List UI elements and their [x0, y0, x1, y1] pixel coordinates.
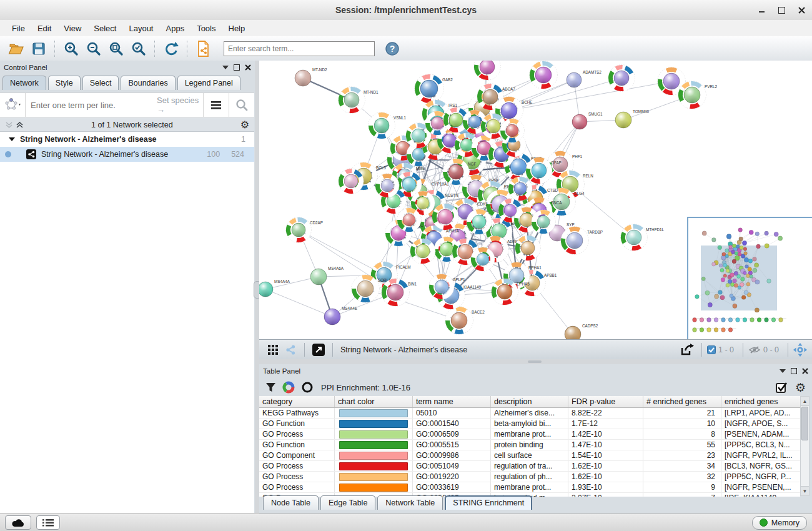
network-node[interactable]: [530, 61, 557, 89]
collapse-all-icon[interactable]: [5, 121, 13, 129]
network-node[interactable]: MT-ND1: [339, 87, 379, 113]
enrichment-settings-gear-icon[interactable]: ⚙: [795, 382, 806, 394]
enrichment-row[interactable]: KEGG Pathways05010Alzheimer's dise...8.8…: [259, 408, 800, 419]
species-hint[interactable]: Set species →: [157, 96, 203, 114]
enrichment-row[interactable]: GO ProcessGO:0051049regulation of tra...…: [259, 461, 800, 472]
enrichment-row[interactable]: GO FunctionGO:0005515protein binding1.47…: [259, 440, 800, 450]
network-node[interactable]: ADAMTS2: [567, 70, 602, 87]
ring-chart-icon[interactable]: [301, 381, 314, 394]
zoom-in-button[interactable]: [60, 39, 82, 59]
network-node[interactable]: CADPS2: [565, 324, 598, 339]
menu-file[interactable]: File: [6, 22, 31, 35]
tab-string-enrichment[interactable]: STRING Enrichment: [445, 495, 532, 510]
close-button[interactable]: [797, 6, 806, 14]
network-node[interactable]: PVRL2: [678, 81, 718, 109]
zoom-fit-button[interactable]: [105, 39, 127, 59]
string-view-button[interactable]: [282, 340, 299, 360]
table-panel-close-icon[interactable]: [802, 368, 808, 374]
network-node[interactable]: CD2AP: [286, 217, 323, 242]
enrichment-row[interactable]: GO ProcessGO:0019220regulation of ph...1…: [259, 472, 800, 482]
enrichment-row[interactable]: GO ProcessGO:0033619membrane prot...1.93…: [259, 482, 800, 493]
network-node[interactable]: BACE2: [445, 307, 485, 334]
network-node[interactable]: TOMM40: [615, 109, 650, 128]
panel-float-icon[interactable]: [222, 66, 229, 69]
expand-all-icon[interactable]: [16, 121, 24, 129]
tab-network[interactable]: Network: [2, 76, 46, 90]
table-panel-maximize-icon[interactable]: [791, 368, 797, 374]
network-node[interactable]: [410, 239, 435, 264]
menu-help[interactable]: Help: [223, 22, 251, 35]
menu-layout[interactable]: Layout: [123, 22, 159, 35]
network-collection-row[interactable]: String Network - Alzheimer's disease 1: [0, 132, 254, 147]
birds-eye-view[interactable]: [687, 217, 812, 340]
selected-checkbox-icon[interactable]: [707, 345, 716, 354]
grid-view-button[interactable]: [264, 340, 282, 360]
col-genes[interactable]: enriched genes: [721, 396, 800, 407]
tab-legend-panel[interactable]: Legend Panel: [177, 76, 240, 90]
network-node[interactable]: MS4A4A: [259, 279, 290, 297]
maximize-button[interactable]: [777, 6, 786, 14]
minimize-button[interactable]: [757, 6, 766, 14]
panel-maximize-icon[interactable]: [234, 64, 240, 71]
table-scrollbar[interactable]: ▲ ▼: [800, 396, 810, 496]
save-session-button[interactable]: [27, 39, 50, 59]
string-search-button[interactable]: [229, 93, 254, 117]
filter-icon[interactable]: [265, 382, 276, 392]
string-query-input[interactable]: [26, 100, 144, 111]
task-history-button[interactable]: [36, 515, 60, 530]
col-description[interactable]: description: [491, 396, 568, 407]
tab-edge-table[interactable]: Edge Table: [320, 495, 375, 510]
refresh-button[interactable]: [160, 39, 182, 59]
enrichment-row[interactable]: GO ComponentGO:0009986cell surface1.54E-…: [259, 450, 800, 461]
cloud-button[interactable]: [5, 515, 31, 530]
tab-node-table[interactable]: Node Table: [263, 495, 319, 510]
string-logo-dropdown[interactable]: [0, 93, 26, 117]
network-node[interactable]: SMUG1: [572, 112, 603, 129]
col-gene-count[interactable]: # enriched genes: [643, 396, 721, 407]
collection-expander-icon[interactable]: [9, 137, 15, 141]
network-node[interactable]: [432, 204, 458, 230]
enrichment-row[interactable]: GO FunctionGO:0001540beta-amyloid bi...1…: [259, 419, 800, 429]
network-node[interactable]: MT-ND2: [295, 67, 327, 86]
col-fdr[interactable]: FDR p-value: [568, 396, 643, 407]
zoom-out-button[interactable]: [82, 39, 105, 59]
search-input[interactable]: [224, 41, 375, 56]
network-node[interactable]: GAB2: [415, 74, 453, 103]
select-all-check-icon[interactable]: [776, 382, 788, 394]
open-session-button[interactable]: [5, 39, 27, 59]
network-from-file-button[interactable]: [192, 39, 215, 59]
col-chart-color[interactable]: chart color: [335, 396, 413, 407]
network-node[interactable]: [515, 236, 540, 261]
network-options-gear-icon[interactable]: ⚙: [240, 120, 249, 130]
network-node[interactable]: [608, 65, 635, 91]
network-node[interactable]: [474, 61, 500, 80]
chart-colors-icon[interactable]: [282, 381, 295, 394]
enrichment-row[interactable]: GO ProcessGO:0006509membrane prot...1.42…: [259, 429, 800, 440]
network-node[interactable]: [467, 209, 492, 234]
navigator-icon[interactable]: [793, 343, 807, 357]
network-row[interactable]: String Network - Alzheimer's disease 100…: [0, 147, 254, 162]
tab-style[interactable]: Style: [48, 76, 81, 90]
network-node[interactable]: MTHFD1L: [621, 224, 665, 251]
tab-select[interactable]: Select: [82, 76, 119, 90]
string-menu-button[interactable]: [203, 93, 229, 117]
hidden-eye-icon[interactable]: [748, 345, 761, 354]
memory-button[interactable]: Memory: [752, 516, 807, 530]
open-in-window-button[interactable]: [310, 340, 327, 360]
menu-select[interactable]: Select: [88, 22, 122, 35]
export-network-button[interactable]: [678, 340, 696, 360]
table-panel-float-icon[interactable]: [780, 369, 786, 373]
col-category[interactable]: category: [259, 396, 335, 407]
tab-network-table[interactable]: Network Table: [377, 495, 443, 510]
menu-view[interactable]: View: [58, 22, 87, 35]
scroll-down-arrow[interactable]: ▼: [801, 486, 809, 495]
horizontal-splitter-grip[interactable]: [528, 360, 542, 363]
zoom-selected-button[interactable]: [127, 39, 150, 59]
col-term-name[interactable]: term name: [413, 396, 491, 407]
network-node[interactable]: [339, 169, 364, 194]
scroll-up-arrow[interactable]: ▲: [801, 397, 809, 406]
scroll-thumb[interactable]: [801, 407, 808, 440]
network-node[interactable]: TARDBP: [561, 227, 603, 254]
network-node[interactable]: BIN1: [382, 279, 417, 306]
tab-boundaries[interactable]: Boundaries: [121, 76, 175, 90]
